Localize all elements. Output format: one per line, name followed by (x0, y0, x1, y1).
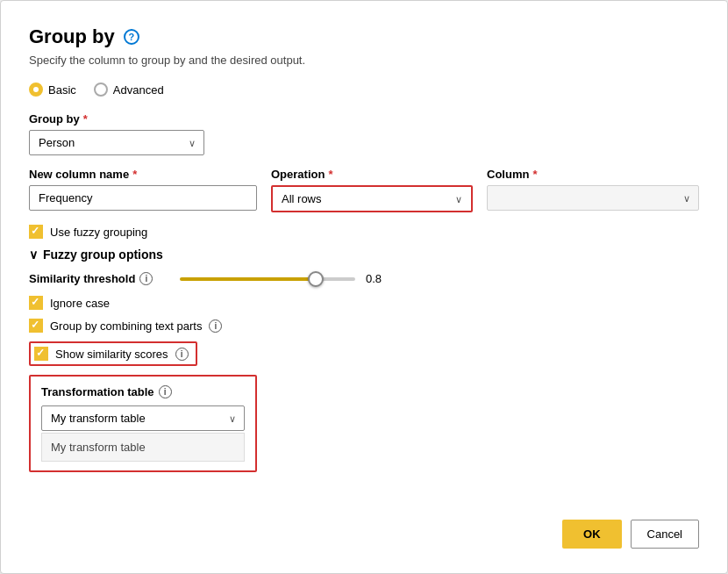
column-required: * (532, 168, 537, 181)
transformation-select[interactable]: My transform table (None) (41, 405, 245, 431)
operation-select[interactable]: All rows Sum Average Count Min Max (273, 187, 471, 211)
show-similarity-checkbox[interactable] (34, 347, 48, 361)
column-select-wrapper: ∨ (487, 185, 699, 211)
basic-radio[interactable] (29, 83, 43, 97)
show-similarity-info-icon[interactable]: i (175, 348, 189, 361)
group-by-label: Group by * (29, 112, 699, 126)
operation-select-wrapper: All rows Sum Average Count Min Max ∨ (273, 187, 471, 211)
transformation-info-icon[interactable]: i (159, 385, 172, 398)
group-by-section: Group by * Person Name Category ∨ (29, 112, 699, 155)
similarity-info-icon[interactable]: i (139, 272, 153, 285)
group-combining-text: Group by combining text parts (50, 319, 202, 333)
slider-container: 0.8 (180, 272, 392, 285)
group-combining-info-icon[interactable]: i (209, 319, 222, 333)
mode-radio-group: Basic Advanced (29, 83, 699, 97)
similarity-value: 0.8 (366, 272, 392, 285)
help-icon[interactable]: ? (124, 29, 139, 45)
basic-label: Basic (48, 83, 76, 97)
transformation-dropdown-item[interactable]: My transform table (41, 433, 245, 462)
show-similarity-highlight-box: Show similarity scores i (29, 341, 197, 366)
dialog-title: Group by (29, 25, 115, 48)
fuzzy-grouping-label[interactable]: Use fuzzy grouping (29, 225, 699, 239)
operation-required: * (328, 168, 332, 181)
show-similarity-text: Show similarity scores (55, 348, 168, 361)
new-column-name-label: New column name * (29, 168, 257, 181)
similarity-label: Similarity threshold i (29, 272, 169, 285)
column-label: Column * (487, 168, 699, 181)
footer-buttons: OK Cancel (562, 520, 699, 549)
new-column-name-input[interactable] (29, 185, 257, 211)
group-combining-checkbox[interactable] (29, 319, 43, 333)
similarity-row: Similarity threshold i 0.8 (29, 272, 699, 285)
operation-section: Operation * All rows Sum Average Count M… (271, 168, 473, 212)
dialog-subtitle: Specify the column to group by and the d… (29, 54, 699, 67)
operation-label: Operation * (271, 168, 473, 181)
columns-row: New column name * Operation * All rows S… (29, 168, 699, 212)
advanced-radio-label[interactable]: Advanced (94, 83, 164, 97)
new-column-name-section: New column name * (29, 168, 257, 211)
cancel-button[interactable]: Cancel (631, 520, 699, 549)
fuzzy-grouping-text: Use fuzzy grouping (50, 226, 147, 239)
ignore-case-text: Ignore case (50, 297, 110, 310)
group-combining-label[interactable]: Group by combining text parts i (29, 319, 699, 333)
show-similarity-label[interactable]: Show similarity scores i (34, 347, 189, 361)
dialog-title-row: Group by ? (29, 25, 699, 48)
similarity-slider[interactable] (180, 277, 355, 281)
advanced-label: Advanced (113, 83, 164, 97)
fuzzy-group-options-header[interactable]: ∨ Fuzzy group options (29, 248, 699, 262)
transformation-select-wrapper: My transform table (None) ∨ (41, 405, 245, 431)
ok-button[interactable]: OK (562, 520, 622, 549)
basic-radio-label[interactable]: Basic (29, 83, 76, 97)
group-by-required: * (83, 112, 88, 126)
column-select[interactable] (487, 185, 699, 211)
fuzzy-grouping-checkbox[interactable] (29, 225, 43, 239)
group-by-select[interactable]: Person Name Category (29, 130, 204, 155)
transformation-highlight-box: Transformation table i My transform tabl… (29, 375, 257, 472)
new-column-required: * (132, 168, 137, 181)
advanced-radio[interactable] (94, 83, 108, 97)
ignore-case-label[interactable]: Ignore case (29, 296, 699, 310)
group-by-select-wrapper: Person Name Category ∨ (29, 130, 204, 155)
fuzzy-group-options-title: Fuzzy group options (43, 248, 163, 262)
ignore-case-checkbox[interactable] (29, 296, 43, 310)
group-by-dialog: Group by ? Specify the column to group b… (0, 0, 728, 574)
transformation-label: Transformation table i (41, 385, 245, 398)
column-section: Column * ∨ (487, 168, 699, 211)
chevron-down-icon: ∨ (29, 248, 38, 262)
operation-highlight-box: All rows Sum Average Count Min Max ∨ (271, 185, 473, 212)
